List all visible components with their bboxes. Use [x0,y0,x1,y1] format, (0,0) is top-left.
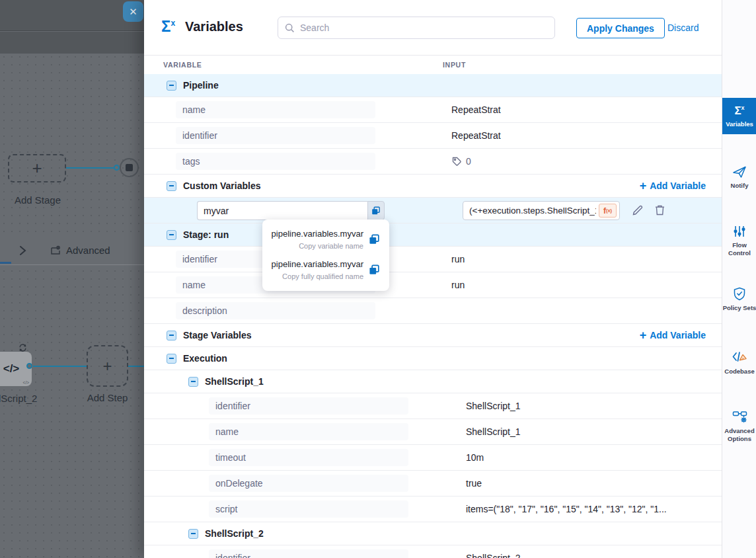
close-drawer-button[interactable]: ✕ [123,1,143,22]
variable-value: run [451,254,465,264]
add-variable-button[interactable]: + Add Variable [640,324,706,346]
section-row-custom-variables[interactable]: Custom Variables + Add Variable [144,175,722,198]
editor-canvas [0,53,144,558]
variable-name: identifier [209,549,408,558]
apply-changes-button[interactable]: Apply Changes [576,18,665,38]
table-row: description [144,298,722,324]
step-type-mini-icon: </> [23,380,29,385]
add-stage-label: Add Stage [15,194,61,206]
section-row-shellscript-2[interactable]: ShellScript_2 [144,522,722,545]
stop-square-icon [126,164,133,171]
sidebar-item-advanced-options[interactable]: Advanced Options [722,410,756,443]
page-title: Variables [185,19,243,34]
variable-name: onDelegate [209,475,408,492]
tab-advanced[interactable]: Advanced [50,245,110,256]
copy-fqn-option[interactable]: pipeline.variables.myvar Copy fully qual… [270,259,380,280]
section-row-stage-variables[interactable]: Stage Variables + Add Variable [144,324,722,347]
variable-value: true [466,478,482,489]
delete-variable-button[interactable] [654,204,665,216]
stage-connector-line [66,167,114,169]
variable-value-input[interactable]: (<+execution.steps.ShellScript_1. f(x) [463,201,620,220]
collapse-icon[interactable] [167,331,176,340]
variable-value: ShellScript_2 [466,553,521,558]
variables-sigma-icon: Σx [734,104,744,118]
variable-value: RepeatStrat [451,104,501,115]
copy-variable-button[interactable] [367,201,385,220]
variable-value: ShellScript_1 [466,401,521,411]
sidebar-item-notify[interactable]: Notify [722,165,756,190]
section-label: Stage Variables [183,330,252,340]
column-header-variable: VARIABLE [163,61,202,69]
table-row: name run [144,272,722,298]
chevron-right-icon[interactable] [19,245,26,257]
section-label: Execution [183,353,227,364]
variable-name: timeout [209,449,408,466]
step-node-label: lScript_2 [0,393,37,404]
search-input[interactable] [300,22,548,33]
variable-value: items=("18", "17", "16", "15", "14", "13… [466,504,667,514]
table-row: identifier ShellScript_2 [144,545,722,558]
expression-fx-button[interactable]: f(x) [599,204,617,218]
variable-name: identifier [209,397,408,415]
search-box[interactable] [278,17,555,39]
collapse-icon[interactable] [167,81,176,91]
column-header-input: INPUT [443,61,466,69]
tabbar-divider [0,264,144,265]
sidebar-item-flow-control[interactable]: Flow Control [722,225,756,257]
collapse-icon[interactable] [188,377,198,387]
variable-name-input[interactable] [197,201,367,220]
section-label: Pipeline [183,80,219,91]
drawer-sidebar: Σx Variables Notify Flow Control Policy … [722,0,756,558]
search-icon [285,23,295,33]
sidebar-item-policy-sets[interactable]: Policy Sets [722,287,756,312]
add-stage-button[interactable]: + [8,154,66,182]
looping-strategy-icon [18,343,28,352]
pencil-icon [632,204,644,216]
section-row-execution[interactable]: Execution [144,347,722,370]
variables-sigma-icon: Σx [161,17,175,36]
close-icon: ✕ [129,6,137,18]
pipeline-studio: + Add Stage </> </> + lScript_2 Add Step [0,0,756,558]
sidebar-item-codebase[interactable]: Codebase [722,350,756,376]
edit-variable-button[interactable] [632,204,644,216]
collapse-icon[interactable] [167,230,176,240]
section-label: Stage: run [183,229,229,240]
drawer-header: Σx Variables Apply Changes Discard [144,0,722,56]
variable-name: name [176,101,375,118]
collapse-icon[interactable] [188,529,198,539]
step-node-shellscript-2[interactable]: </> </> [0,352,32,386]
pipeline-end-node[interactable] [120,158,139,177]
collapse-icon[interactable] [167,181,176,191]
plus-icon: + [640,329,647,341]
codebase-icon [732,350,747,364]
variable-name: script [209,500,408,518]
variable-name: identifier [176,127,375,144]
section-row-stage-run[interactable]: Stage: run [144,223,722,247]
section-row-pipeline[interactable]: Pipeline [144,74,722,97]
table-row: onDelegate true [144,471,722,497]
trash-icon [654,204,665,216]
table-row: tags 0 [144,149,722,175]
variable-name: description [176,302,375,319]
plus-icon: + [640,180,647,192]
variables-drawer: Σx Variables Apply Changes Discard VARIA… [144,0,722,558]
copy-icon [369,264,380,276]
tags-count: 0 [466,156,471,167]
selected-tab-underline [0,262,11,264]
connector-port-icon [26,363,32,369]
paper-plane-icon [732,165,747,179]
plus-icon: + [32,158,42,179]
table-column-headers: VARIABLE INPUT [144,56,722,74]
add-step-label: Add Step [87,392,128,403]
copy-variable-name-option[interactable]: pipeline.variables.myvar Copy variable n… [270,229,380,250]
collapse-icon[interactable] [167,354,176,364]
add-step-button[interactable]: + [87,345,128,387]
section-row-shellscript-1[interactable]: ShellScript_1 [144,370,722,393]
shield-check-icon [733,287,746,301]
sidebar-item-variables[interactable]: Σx Variables [722,98,756,134]
add-variable-button[interactable]: + Add Variable [640,175,706,197]
table-row: name ShellScript_1 [144,419,722,445]
variable-name: name [209,423,408,440]
discard-button[interactable]: Discard [667,22,699,33]
table-row: script items=("18", "17", "16", "15", "1… [144,497,722,522]
